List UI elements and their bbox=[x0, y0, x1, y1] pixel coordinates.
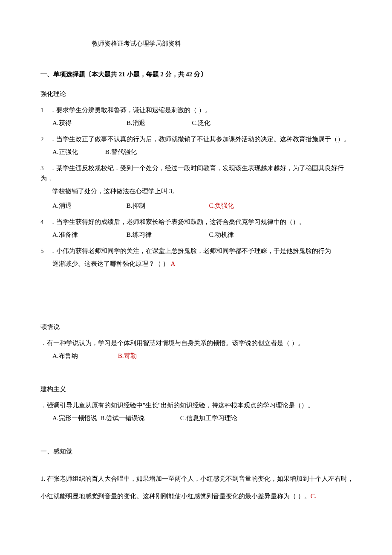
pq1-line2: 小红就能明显地感觉到音量的变化。这种刚刚能使小红感觉到音量变化的最小差异量称为（… bbox=[40, 493, 311, 500]
q7-stem: ．强调引导儿童从原有的知识经验中"生长"出新的知识经验，持这种根本观点的学习理论… bbox=[40, 400, 356, 410]
question-insight: ．有一种学说认为，学习是个体利用智慧对情境与自身关系的顿悟。该学说的创立者是（ … bbox=[40, 338, 356, 361]
q7-option-c: C.信息加工学习理论 bbox=[180, 413, 237, 423]
q3-option-a: A.消退 bbox=[52, 200, 125, 211]
q5-answer: A bbox=[171, 260, 176, 267]
topic-insight: 顿悟说 bbox=[40, 322, 356, 332]
pq1-number: 1. bbox=[40, 475, 45, 482]
topic-reinforcement: 强化理论 bbox=[40, 89, 356, 99]
q3-stem-line1: ．某学生违反校规校纪，受到一个处分，经过一段时间教育，发现该生表现越来越好，为了… bbox=[40, 165, 344, 182]
section-2-heading: 一、感知觉 bbox=[40, 446, 356, 456]
q1-number: 1 bbox=[40, 105, 48, 115]
q4-option-b: B.练习律 bbox=[127, 230, 208, 240]
q4-stem: ．当学生获得好的成绩后，老师和家长给予表扬和鼓励，这符合桑代克学习规律中的（）。 bbox=[50, 218, 306, 225]
q7-option-a: A.完形一顿悟说 bbox=[52, 413, 97, 423]
q1-option-b: B.消退 bbox=[127, 118, 190, 128]
question-2: 2 ．当学生改正了做事不认真的行为后，教师就撤销了不让其参加课外活动的决定。这种… bbox=[40, 134, 356, 157]
q6-stem: ．有一种学说认为，学习是个体利用智慧对情境与自身关系的顿悟。该学说的创立者是（ … bbox=[40, 338, 356, 348]
q3-option-c: C.负强化 bbox=[209, 200, 234, 211]
topic-constructivism: 建构主义 bbox=[40, 384, 356, 394]
q3-option-b: B.抑制 bbox=[127, 200, 208, 211]
q1-option-c: C.泛化 bbox=[192, 118, 211, 128]
q5-number: 5 bbox=[40, 246, 48, 256]
question-1: 1 ．要求学生分辨勇敢和鲁莽，谦让和退缩是刺激的（ ）。 A.获得 B.消退 C… bbox=[40, 105, 356, 128]
perception-question-1: 1. 在张老师组织的百人大合唱中，如果增加一至两个人，小红感觉不到音量的变化，如… bbox=[40, 472, 356, 503]
q2-option-b: B.替代强化 bbox=[105, 147, 137, 157]
section-1-heading: 一、单项选择题〔本大题共 21 小题，每题 2 分，共 42 分〕 bbox=[40, 69, 356, 79]
pq1-answer: C. bbox=[311, 493, 317, 500]
question-5: 5 ．小伟为获得老师和同学的关注，在课堂上总扮鬼脸，老师和同学都不予理睬，于是他… bbox=[40, 246, 356, 269]
q3-number: 3 bbox=[40, 163, 48, 173]
q2-number: 2 bbox=[40, 134, 48, 144]
q5-stem-line2: 逐渐减少。这表达了哪种强化原理？（ ） bbox=[52, 260, 169, 267]
q7-option-b: B.尝试一错误说 bbox=[100, 413, 144, 423]
q6-option-b: B.苛勒 bbox=[118, 351, 137, 361]
q4-number: 4 bbox=[40, 217, 48, 227]
q2-stem: ．当学生改正了做事不认真的行为后，教师就撤销了不让其参加课外活动的决定。这种教育… bbox=[50, 136, 350, 142]
q4-option-a: A.准备律 bbox=[52, 230, 125, 240]
pq1-line1: 在张老师组织的百人大合唱中，如果增加一至两个人，小红感觉不到音量的变化，如果增加… bbox=[45, 475, 354, 482]
q1-option-a: A.获得 bbox=[52, 118, 125, 128]
document-title: 教师资格证考试心理学局部资料 bbox=[92, 38, 356, 49]
q4-option-c: C.动机律 bbox=[209, 230, 234, 240]
q3-stem-line2: 学校撤销了处分，这种做法在心理学上叫 3。 bbox=[40, 186, 356, 196]
question-3: 3 ．某学生违反校规校纪，受到一个处分，经过一段时间教育，发现该生表现越来越好，… bbox=[40, 163, 356, 211]
q5-stem-line1: ．小伟为获得老师和同学的关注，在课堂上总扮鬼脸，老师和同学都不予理睬，于是他扮鬼… bbox=[50, 247, 331, 254]
q6-option-a: A.布鲁纳 bbox=[52, 351, 116, 361]
q1-stem: ．要求学生分辨勇敢和鲁莽，谦让和退缩是刺激的（ ）。 bbox=[50, 107, 211, 113]
question-constructivism: ．强调引导儿童从原有的知识经验中"生长"出新的知识经验，持这种根本观点的学习理论… bbox=[40, 400, 356, 423]
q2-option-a: A.正强化 bbox=[52, 147, 104, 157]
question-4: 4 ．当学生获得好的成绩后，老师和家长给予表扬和鼓励，这符合桑代克学习规律中的（… bbox=[40, 217, 356, 240]
